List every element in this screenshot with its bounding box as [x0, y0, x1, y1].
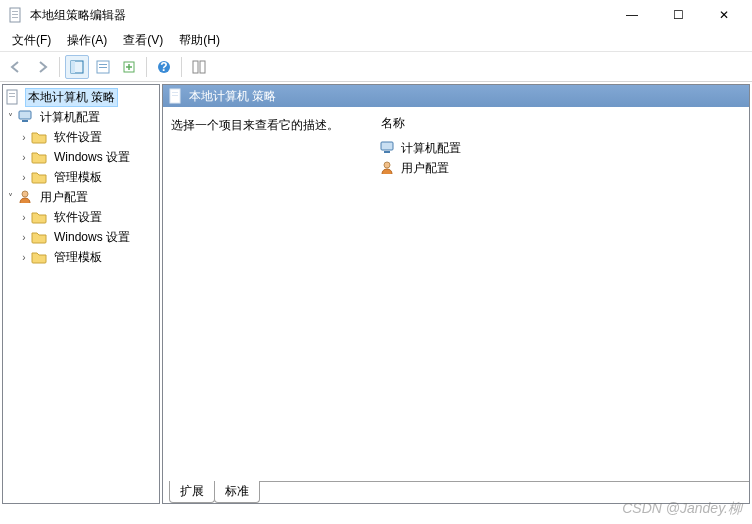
details-body: 选择一个项目来查看它的描述。 名称 计算机配置 用户配置 [163, 107, 749, 481]
tree-label: 软件设置 [51, 208, 105, 227]
expand-icon[interactable]: › [17, 152, 31, 163]
properties-button[interactable] [91, 55, 115, 79]
menu-bar: 文件(F) 操作(A) 查看(V) 帮助(H) [0, 30, 752, 52]
svg-rect-23 [381, 142, 393, 150]
svg-text:?: ? [160, 60, 167, 74]
list-item-label: 用户配置 [401, 160, 449, 177]
window-controls: — ☐ ✕ [618, 5, 738, 25]
details-tabs: 扩展 标准 [163, 481, 749, 503]
window-title: 本地组策略编辑器 [30, 7, 618, 24]
svg-rect-7 [99, 64, 107, 65]
user-icon [17, 189, 33, 205]
tab-standard[interactable]: 标准 [214, 481, 260, 503]
description-pane: 选择一个项目来查看它的描述。 [163, 107, 371, 481]
collapse-icon[interactable]: ˅ [3, 112, 17, 123]
tree-label: 用户配置 [37, 188, 91, 207]
tree-software-settings[interactable]: › 软件设置 [3, 127, 159, 147]
tree-label: Windows 设置 [51, 148, 133, 167]
folder-icon [31, 209, 47, 225]
svg-rect-1 [12, 11, 18, 12]
tree-computer-config[interactable]: ˅ 计算机配置 [3, 107, 159, 127]
menu-view[interactable]: 查看(V) [115, 30, 171, 51]
back-button[interactable] [4, 55, 28, 79]
tree-admin-templates[interactable]: › 管理模板 [3, 167, 159, 187]
tab-extended[interactable]: 扩展 [169, 481, 215, 503]
svg-rect-3 [12, 17, 18, 18]
toolbar-separator [146, 57, 147, 77]
tree-label: 软件设置 [51, 128, 105, 147]
tree-admin-templates[interactable]: › 管理模板 [3, 247, 159, 267]
tree-label: Windows 设置 [51, 228, 133, 247]
minimize-button[interactable]: — [618, 5, 646, 25]
forward-button[interactable] [30, 55, 54, 79]
user-icon [379, 160, 395, 176]
toolbar-separator [181, 57, 182, 77]
show-tree-button[interactable] [65, 55, 89, 79]
folder-icon [31, 249, 47, 265]
tree-label: 计算机配置 [37, 108, 103, 127]
tree-user-config[interactable]: ˅ 用户配置 [3, 187, 159, 207]
tree-root-label: 本地计算机 策略 [25, 88, 118, 107]
collapse-icon[interactable]: ˅ [3, 192, 17, 203]
svg-rect-17 [19, 111, 31, 119]
column-header-name[interactable]: 名称 [381, 115, 743, 132]
menu-action[interactable]: 操作(A) [59, 30, 115, 51]
svg-rect-13 [200, 61, 205, 73]
list-item[interactable]: 计算机配置 [377, 138, 743, 158]
tree-label: 管理模板 [51, 248, 105, 267]
svg-rect-15 [9, 93, 15, 94]
svg-rect-8 [99, 67, 107, 68]
svg-rect-24 [384, 151, 390, 153]
list-item[interactable]: 用户配置 [377, 158, 743, 178]
tree-windows-settings[interactable]: › Windows 设置 [3, 227, 159, 247]
svg-rect-16 [9, 96, 15, 97]
svg-rect-5 [71, 61, 75, 73]
help-button[interactable]: ? [152, 55, 176, 79]
svg-point-19 [22, 191, 28, 197]
tree-software-settings[interactable]: › 软件设置 [3, 207, 159, 227]
description-prompt: 选择一个项目来查看它的描述。 [171, 117, 363, 134]
expand-icon[interactable]: › [17, 212, 31, 223]
close-button[interactable]: ✕ [710, 5, 738, 25]
folder-icon [31, 149, 47, 165]
svg-rect-18 [22, 120, 28, 122]
content-area: 本地计算机 策略 ˅ 计算机配置 › 软件设置 › Windows 设置 › 管… [0, 82, 752, 506]
menu-file[interactable]: 文件(F) [4, 30, 59, 51]
tree-label: 管理模板 [51, 168, 105, 187]
toolbar: ? [0, 52, 752, 82]
list-item-label: 计算机配置 [401, 140, 461, 157]
expand-icon[interactable]: › [17, 252, 31, 263]
computer-icon [17, 109, 33, 125]
folder-icon [31, 169, 47, 185]
computer-icon [379, 141, 395, 155]
svg-rect-21 [172, 92, 178, 93]
folder-icon [31, 129, 47, 145]
tree-windows-settings[interactable]: › Windows 设置 [3, 147, 159, 167]
details-panel: 本地计算机 策略 选择一个项目来查看它的描述。 名称 计算机配置 用户配置 扩展… [162, 84, 750, 504]
svg-rect-2 [12, 14, 18, 15]
svg-rect-22 [172, 95, 178, 96]
expand-icon[interactable]: › [17, 172, 31, 183]
expand-icon[interactable]: › [17, 132, 31, 143]
folder-icon [31, 229, 47, 245]
svg-rect-12 [193, 61, 198, 73]
maximize-button[interactable]: ☐ [664, 5, 692, 25]
document-icon [5, 89, 21, 105]
details-header: 本地计算机 策略 [163, 85, 749, 107]
app-icon [8, 7, 24, 23]
document-icon [169, 88, 183, 104]
menu-help[interactable]: 帮助(H) [171, 30, 228, 51]
toolbar-separator [59, 57, 60, 77]
export-button[interactable] [117, 55, 141, 79]
tree-root[interactable]: 本地计算机 策略 [3, 87, 159, 107]
expand-icon[interactable]: › [17, 232, 31, 243]
tree-panel[interactable]: 本地计算机 策略 ˅ 计算机配置 › 软件设置 › Windows 设置 › 管… [2, 84, 160, 504]
details-header-title: 本地计算机 策略 [189, 88, 276, 105]
title-bar: 本地组策略编辑器 — ☐ ✕ [0, 0, 752, 30]
svg-point-25 [384, 162, 390, 168]
filter-button[interactable] [187, 55, 211, 79]
items-list: 名称 计算机配置 用户配置 [371, 107, 749, 481]
